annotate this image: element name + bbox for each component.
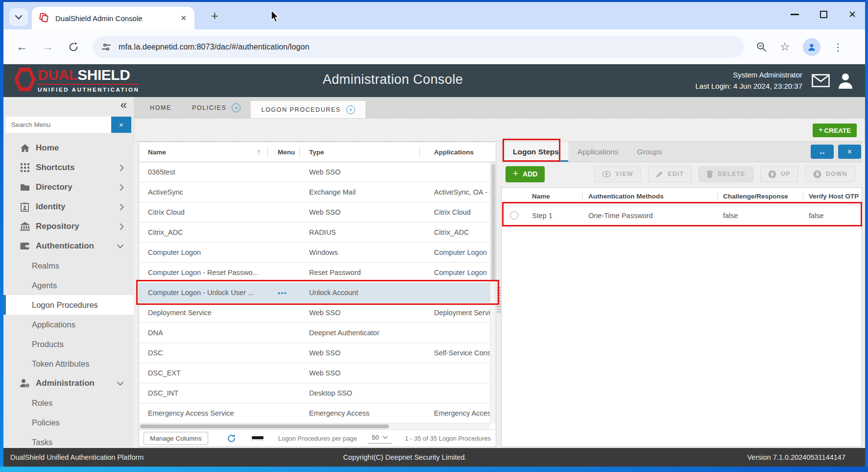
column-header-type[interactable]: Type xyxy=(299,142,419,162)
sidebar-item-identity[interactable]: Identity xyxy=(3,197,134,217)
sidebar-item-logon-procedures[interactable]: Logon Procedures xyxy=(3,295,134,315)
forward-button[interactable]: → xyxy=(42,40,53,53)
search-menu-input[interactable] xyxy=(6,117,111,133)
scrollbar-thumb[interactable] xyxy=(491,164,495,281)
procedure-row-dsc[interactable]: DSCWeb SSOSelf-Service Console xyxy=(139,343,496,363)
procedure-row-computer-logon-unlock-user[interactable]: Computer Logon - Unlock User ...•••Unloc… xyxy=(139,283,496,303)
resize-handle-icon[interactable] xyxy=(252,436,264,441)
sidebar-item-roles[interactable]: Roles xyxy=(3,393,134,413)
edit-button[interactable]: EDIT xyxy=(648,166,692,182)
panel-splitter-handle[interactable] xyxy=(497,286,501,314)
user-name: System Administrator xyxy=(695,70,802,81)
account-button[interactable] xyxy=(838,72,853,89)
sidebar-item-label: Tasks xyxy=(32,438,52,447)
tab-groups[interactable]: Groups xyxy=(627,142,671,162)
back-button[interactable]: ← xyxy=(16,40,27,53)
sidebar-item-products[interactable]: Products xyxy=(3,334,134,354)
create-button[interactable]: + CREATE xyxy=(813,124,857,137)
procedure-row-computer-logon-reset-passwo[interactable]: Computer Logon - Reset Passwo...Reset Pa… xyxy=(139,263,496,283)
sidebar-item-directory[interactable]: Directory xyxy=(3,177,134,197)
address-bar[interactable]: mfa.la.deepnetid.com:8073/dac/#/authenti… xyxy=(93,36,744,58)
circle-down-arrow-icon xyxy=(813,170,821,178)
manage-columns-button[interactable]: Manage Columns xyxy=(144,432,208,445)
browser-tab[interactable]: DualShield Admin Console ✕ xyxy=(32,7,194,29)
cell-name: Emergency Access Service xyxy=(139,409,267,417)
scrollbar-thumb[interactable] xyxy=(140,424,389,428)
per-page-select[interactable]: 50 xyxy=(368,433,392,444)
up-button[interactable]: UP xyxy=(760,166,798,182)
close-window-button[interactable]: ✕ xyxy=(848,10,856,19)
radio-button[interactable] xyxy=(510,211,518,220)
delete-button[interactable]: DELETE xyxy=(699,166,753,182)
tab-close-circle-icon[interactable]: × xyxy=(346,105,355,114)
maximize-button[interactable] xyxy=(820,11,827,18)
tab-close-circle-icon[interactable]: × xyxy=(232,103,241,112)
procedure-row-emergency-access-service[interactable]: Emergency Access ServiceEmergency Access… xyxy=(139,403,496,423)
row-menu-dots-icon[interactable]: ••• xyxy=(278,289,288,297)
sidebar-item-shortcuts[interactable]: Shortcuts xyxy=(3,158,134,177)
sidebar-item-home[interactable]: Home xyxy=(3,138,134,158)
column-header-authentication-methods[interactable]: Authentication Methods xyxy=(582,188,717,205)
minimize-button[interactable] xyxy=(791,14,799,15)
zoom-out-icon[interactable] xyxy=(756,41,767,52)
logon-procedures-table: Name ↑ Menu Type Applications 0365testWe… xyxy=(139,142,496,447)
view-button[interactable]: VIEW xyxy=(594,166,641,182)
down-button[interactable]: DOWN xyxy=(805,166,855,182)
tab-policies[interactable]: POLICIES × xyxy=(182,97,251,118)
procedure-row-citrix-adc[interactable]: Citrix_ADCRADIUSCitrix_ADC xyxy=(139,223,496,243)
sidebar-item-agents[interactable]: Agents xyxy=(3,275,134,295)
tab-logon-steps[interactable]: Logon Steps xyxy=(504,142,568,162)
url-text[interactable]: mfa.la.deepnetid.com:8073/dac/#/authenti… xyxy=(119,43,309,51)
new-tab-button[interactable]: + xyxy=(211,9,218,23)
procedure-row-activesync[interactable]: ActiveSyncExchange MailActiveSync, OA - … xyxy=(139,182,496,202)
procedure-row-dsc-ext[interactable]: DSC_EXTWeb SSO xyxy=(139,363,496,383)
horizontal-scrollbar[interactable] xyxy=(139,423,490,429)
sidebar-item-realms[interactable]: Realms xyxy=(3,256,134,275)
tab-logon-procedures[interactable]: LOGON PROCEDURES × xyxy=(251,101,365,118)
bookmark-star-icon[interactable]: ☆ xyxy=(780,40,790,53)
procedure-row-citrix-cloud[interactable]: Citrix CloudWeb SSOCitrix Cloud xyxy=(139,202,496,223)
sidebar-collapse-icon[interactable]: « xyxy=(121,98,127,112)
column-header-select xyxy=(502,188,526,205)
per-page-value: 50 xyxy=(372,434,379,441)
tab-applications[interactable]: Applications xyxy=(568,142,628,162)
expand-panel-button[interactable]: ↔ xyxy=(811,145,834,159)
add-button[interactable]: + ADD xyxy=(506,166,545,182)
browser-window: DualShield Admin Console ✕ + ✕ ← → mfa.l… xyxy=(0,0,868,472)
cell-name: DSC xyxy=(139,349,267,357)
tab-home[interactable]: HOME xyxy=(140,97,182,118)
sidebar-item-token-attributes[interactable]: Token Attributes xyxy=(3,354,134,373)
refresh-button[interactable] xyxy=(227,434,236,443)
close-panel-button[interactable]: × xyxy=(838,145,861,159)
procedure-row-deployment-service[interactable]: Deployment ServiceWeb SSODeployment Serv… xyxy=(139,303,496,323)
profile-avatar[interactable] xyxy=(803,38,820,56)
column-header-challenge-response[interactable]: Challenge/Response xyxy=(717,188,803,205)
procedure-row-computer-logon[interactable]: Computer LogonWindowsComputer Logon xyxy=(139,243,496,263)
chevron-right-icon xyxy=(120,164,124,172)
sidebar-item-repository[interactable]: Repository xyxy=(3,217,134,236)
sidebar-item-administration[interactable]: Administration xyxy=(3,373,134,393)
procedure-row-dsc-int[interactable]: DSC_INTDesktop SSO xyxy=(139,383,496,403)
browser-menu-icon[interactable]: ⋮ xyxy=(833,41,843,53)
procedure-row-0365test[interactable]: 0365testWeb SSO xyxy=(139,162,496,182)
column-header-menu[interactable]: Menu xyxy=(267,142,299,162)
procedure-row-dna[interactable]: DNADeepnet Authenticator xyxy=(139,323,496,343)
sort-ascending-icon[interactable]: ↑ xyxy=(257,148,261,156)
up-button-label: UP xyxy=(781,171,791,177)
vertical-scrollbar[interactable] xyxy=(490,162,496,423)
sidebar-item-tasks[interactable]: Tasks xyxy=(3,432,134,448)
column-header-name[interactable]: Name xyxy=(526,188,582,205)
column-header-verify-host-otp[interactable]: Verify Host OTP xyxy=(803,188,862,205)
column-header-name[interactable]: Name ↑ xyxy=(139,142,267,162)
sidebar-item-policies[interactable]: Policies xyxy=(3,413,134,432)
logon-step-row-step-1[interactable]: Step 1One-Time Passwordfalsefalse xyxy=(502,205,862,226)
messages-button[interactable] xyxy=(812,74,830,87)
last-login: Last Login: 4 Jun 2024, 23:20:37 xyxy=(695,81,802,92)
tab-search-button[interactable] xyxy=(9,8,28,26)
sidebar-item-applications[interactable]: Applications xyxy=(3,315,134,334)
reload-button[interactable] xyxy=(68,42,79,52)
column-header-applications[interactable]: Applications xyxy=(419,142,496,162)
sidebar-item-authentication[interactable]: Authentication xyxy=(3,236,134,256)
clear-search-button[interactable]: × xyxy=(111,117,131,133)
tab-close-icon[interactable]: ✕ xyxy=(180,14,187,23)
